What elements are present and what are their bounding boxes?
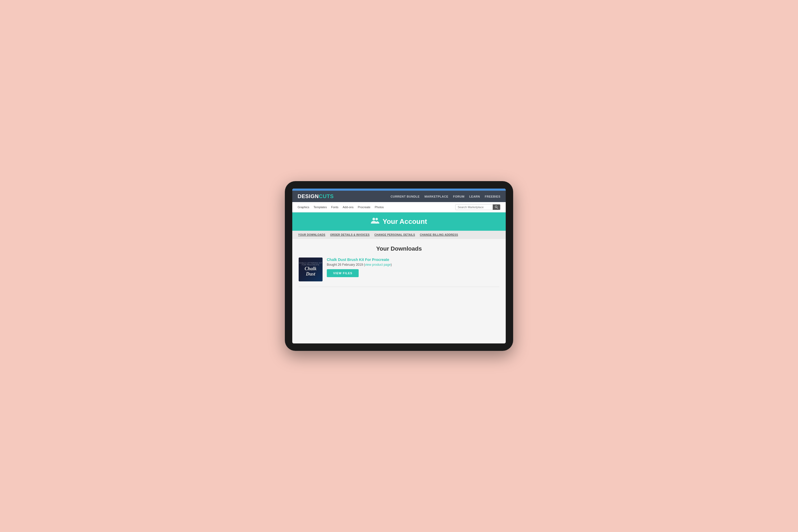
view-product-page-link[interactable]: view product page [365,263,391,267]
sub-nav: Graphics Templates Fonts Add-ons Procrea… [292,202,506,212]
account-icon [371,217,379,226]
search-icon [495,206,498,209]
view-files-button[interactable]: VIEW FILES [327,269,359,277]
product-date-text: Bought 26 February 2019 [327,263,363,267]
sub-nav-procreate[interactable]: Procreate [358,206,370,209]
nav-forum[interactable]: FORUM [453,195,465,198]
logo-cuts: CUTS [319,193,334,199]
sub-nav-links: Graphics Templates Fonts Add-ons Procrea… [297,206,384,209]
tab-change-personal[interactable]: CHANGE PERSONAL DETAILS [374,233,415,236]
main-content: Your Downloads CHALK LETTERING KITFOR PR… [292,239,506,343]
logo[interactable]: DESIGNCUTS [297,193,334,200]
top-bar [292,189,506,191]
search-input[interactable] [456,205,493,210]
chalk-text: ChalkDust [299,266,322,277]
account-title: Your Account [383,217,427,226]
account-banner: Your Account [292,212,506,231]
divider [298,287,500,287]
downloads-title: Your Downloads [298,245,500,252]
sub-nav-addons[interactable]: Add-ons [343,206,353,209]
svg-point-2 [373,218,375,221]
product-card: CHALK LETTERING KITFOR PROCREATE ChalkDu… [298,258,500,281]
product-thumbnail: CHALK LETTERING KITFOR PROCREATE ChalkDu… [298,258,323,281]
product-date: Bought 26 February 2019 (view product pa… [327,263,500,267]
sub-nav-fonts[interactable]: Fonts [331,206,339,209]
screen: DESIGNCUTS CURRENT BUNDLE MARKETPLACE FO… [292,189,506,343]
product-info: Chalk Dust Brush Kit For Procreate Bough… [327,258,500,277]
main-nav: DESIGNCUTS CURRENT BUNDLE MARKETPLACE FO… [292,191,506,202]
sub-nav-templates[interactable]: Templates [313,206,327,209]
chalk-sub-top: CHALK LETTERING KITFOR PROCREATE [299,262,322,266]
svg-point-0 [495,206,497,208]
nav-marketplace[interactable]: MARKETPLACE [424,195,448,198]
tablet-shell: DESIGNCUTS CURRENT BUNDLE MARKETPLACE FO… [285,181,513,351]
nav-freebies[interactable]: FREEBIES [485,195,501,198]
tab-change-billing[interactable]: CHANGE BILLING ADDRESS [419,233,458,236]
sub-nav-photos[interactable]: Photos [375,206,384,209]
chalk-thumbnail: CHALK LETTERING KITFOR PROCREATE ChalkDu… [298,258,323,281]
product-name: Chalk Dust Brush Kit For Procreate [327,258,500,262]
nav-links: CURRENT BUNDLE MARKETPLACE FORUM LEARN F… [391,195,501,198]
tab-order-details[interactable]: ORDER DETAILS & INVOICES [330,233,370,236]
search-box [455,204,501,210]
nav-learn[interactable]: LEARN [469,195,480,198]
chalk-thumbnail-content: CHALK LETTERING KITFOR PROCREATE ChalkDu… [299,262,322,277]
svg-line-1 [497,208,498,209]
sub-nav-graphics[interactable]: Graphics [297,206,309,209]
tab-your-downloads[interactable]: YOUR DOWNLOADS [297,233,326,236]
svg-point-3 [376,218,378,221]
account-tabs: YOUR DOWNLOADS ORDER DETAILS & INVOICES … [292,231,506,239]
search-button[interactable] [493,205,500,210]
nav-current-bundle[interactable]: CURRENT BUNDLE [391,195,420,198]
users-icon [371,217,379,224]
logo-design: DESIGN [297,193,319,199]
